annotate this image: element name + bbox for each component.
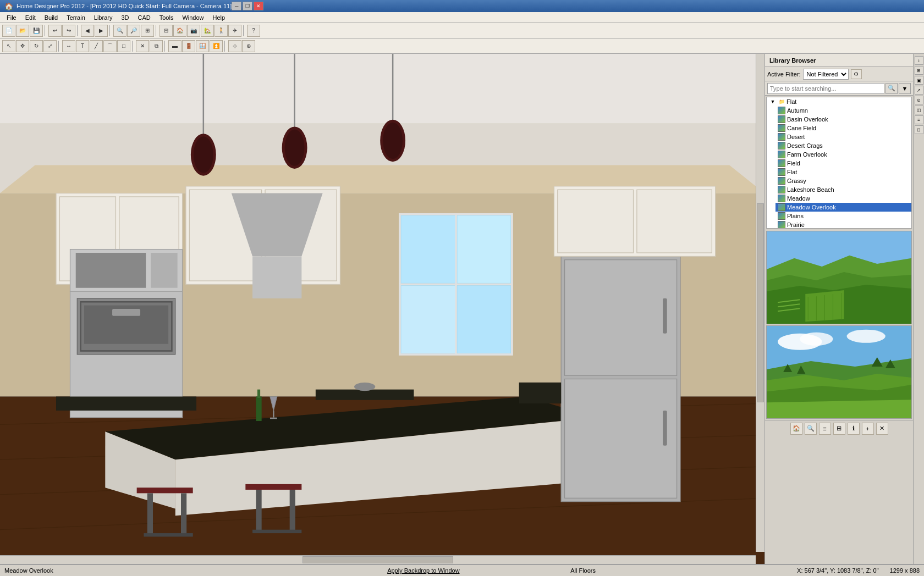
ri-button-3[interactable]: ▣: [915, 76, 923, 85]
door-button[interactable]: 🚪: [182, 40, 195, 52]
wall-button[interactable]: ▬: [168, 40, 182, 52]
tree-item-prairie[interactable]: Prairie: [776, 220, 911, 229]
help-button[interactable]: ?: [247, 25, 260, 37]
filter-settings-button[interactable]: ⚙: [851, 69, 862, 79]
svg-rect-59: [401, 286, 455, 353]
tree-item-meadow-overlook[interactable]: Meadow Overlook: [776, 203, 911, 212]
tree-item-field[interactable]: Field: [776, 159, 911, 168]
filter-select[interactable]: Not Filtered Filtered: [803, 69, 849, 80]
viewport[interactable]: [0, 54, 765, 564]
item-icon: [778, 107, 785, 114]
menu-terrain[interactable]: Terrain: [62, 13, 90, 22]
fly-button[interactable]: ✈: [228, 25, 241, 37]
tree-item-meadow[interactable]: Meadow: [776, 194, 911, 203]
3d-view-button[interactable]: 🏠: [173, 25, 186, 37]
tree-item-autumn[interactable]: Autumn: [776, 106, 911, 115]
tree-item-desert[interactable]: Desert: [776, 132, 911, 141]
scrollbar-thumb-vertical[interactable]: [757, 203, 764, 402]
dimensions-button[interactable]: ↔: [62, 40, 75, 52]
zoom-in-button[interactable]: 🔍: [113, 25, 127, 37]
save-button[interactable]: 💾: [30, 25, 43, 37]
window-button[interactable]: 🪟: [196, 40, 209, 52]
menu-edit[interactable]: Edit: [21, 13, 40, 22]
restore-button[interactable]: ❐: [243, 2, 252, 10]
apply-backdrop-label[interactable]: Apply Backdrop to Window: [288, 567, 560, 574]
ri-button-5[interactable]: ⊙: [915, 96, 923, 104]
menu-help[interactable]: Help: [208, 13, 230, 22]
tree-item-cane-field[interactable]: Cane Field: [776, 124, 911, 132]
select-button[interactable]: ↖: [2, 40, 15, 52]
menu-3d[interactable]: 3D: [117, 13, 133, 22]
menu-file[interactable]: File: [2, 13, 21, 22]
menu-window[interactable]: Window: [178, 13, 208, 22]
menu-tools[interactable]: Tools: [155, 13, 178, 22]
menu-build[interactable]: Build: [40, 13, 62, 22]
lib-home-button[interactable]: 🏠: [790, 423, 802, 435]
ri-button-6[interactable]: ◫: [915, 106, 923, 114]
line-button[interactable]: ╱: [90, 40, 103, 52]
redo-button[interactable]: ↪: [62, 25, 75, 37]
lib-info-button[interactable]: ℹ: [848, 423, 860, 435]
filter-label: Active Filter:: [767, 71, 801, 77]
arc-button[interactable]: ⌒: [103, 40, 117, 52]
search-options-button[interactable]: ▼: [899, 83, 911, 94]
delete-button[interactable]: ✕: [136, 40, 149, 52]
forward-button[interactable]: ▶: [95, 25, 108, 37]
ri-button-7[interactable]: ≡: [915, 115, 923, 124]
exterior-button[interactable]: 🏡: [201, 25, 214, 37]
tree-item-flat-folder[interactable]: ▼ 📁 Flat: [767, 97, 911, 106]
ri-button-4[interactable]: ↗: [915, 86, 923, 95]
text-button[interactable]: T: [76, 40, 89, 52]
undo-button[interactable]: ↩: [48, 25, 62, 37]
svg-rect-38: [565, 260, 677, 375]
camera-button[interactable]: 📷: [187, 25, 200, 37]
new-button[interactable]: 📄: [2, 25, 15, 37]
ri-button-1[interactable]: ↕: [915, 56, 923, 65]
stair-button[interactable]: ⏫: [210, 40, 223, 52]
cross-button[interactable]: ⊕: [242, 40, 255, 52]
lib-delete-button[interactable]: ✕: [876, 423, 888, 435]
copy-button[interactable]: ⧉: [150, 40, 163, 52]
menu-library[interactable]: Library: [90, 13, 117, 22]
scrollbar-thumb-horizontal[interactable]: [302, 556, 454, 563]
svg-rect-33: [245, 484, 301, 490]
ri-button-8[interactable]: ⊡: [915, 125, 923, 134]
back-button[interactable]: ◀: [81, 25, 94, 37]
tree-item-lakeshore-beach[interactable]: Lakeshore Beach: [776, 185, 911, 194]
library-tree[interactable]: ▼ 📁 Flat Autumn Basin Overlook Cane Fiel…: [766, 97, 912, 229]
walk-button[interactable]: 🚶: [215, 25, 228, 37]
lib-add-button[interactable]: +: [862, 423, 874, 435]
move-button[interactable]: ✥: [16, 40, 29, 52]
scale-button[interactable]: ⤢: [43, 40, 57, 52]
viewport-scrollbar-horizontal[interactable]: [0, 555, 756, 564]
lib-list-button[interactable]: ≡: [819, 423, 831, 435]
tree-item-grassy[interactable]: Grassy: [776, 176, 911, 185]
svg-marker-93: [767, 400, 911, 418]
ri-button-2[interactable]: ⊞: [915, 66, 923, 75]
lib-grid-button[interactable]: ⊞: [833, 423, 845, 435]
svg-rect-21: [112, 309, 140, 316]
svg-rect-24: [151, 253, 177, 288]
lib-search-button[interactable]: 🔍: [805, 423, 817, 435]
open-button[interactable]: 📂: [16, 25, 29, 37]
tree-item-plains[interactable]: Plains: [776, 212, 911, 220]
tree-item-farm-overlook[interactable]: Farm Overlook: [776, 150, 911, 159]
close-button[interactable]: ✕: [254, 2, 263, 10]
rectangle-button[interactable]: □: [117, 40, 130, 52]
search-input[interactable]: [767, 83, 884, 94]
svg-rect-32: [144, 533, 193, 536]
rotate-button[interactable]: ↻: [30, 40, 43, 52]
viewport-scrollbar-vertical[interactable]: [756, 54, 765, 552]
menu-cad[interactable]: CAD: [133, 13, 155, 22]
floor-plan-button[interactable]: ⊟: [160, 25, 173, 37]
library-bottom-toolbar: 🏠 🔍 ≡ ⊞ ℹ + ✕: [765, 420, 913, 436]
zoom-out-button[interactable]: 🔎: [127, 25, 140, 37]
tree-item-desert-crags[interactable]: Desert Crags: [776, 141, 911, 150]
minimize-button[interactable]: ─: [232, 2, 241, 10]
tree-item-basin-overlook[interactable]: Basin Overlook: [776, 115, 911, 124]
pointer-button[interactable]: ⊹: [228, 40, 241, 52]
library-browser-header: Library Browser: [765, 54, 913, 67]
search-button[interactable]: 🔍: [886, 83, 898, 94]
tree-item-flat[interactable]: Flat: [776, 168, 911, 176]
zoom-fit-button[interactable]: ⊞: [141, 25, 154, 37]
